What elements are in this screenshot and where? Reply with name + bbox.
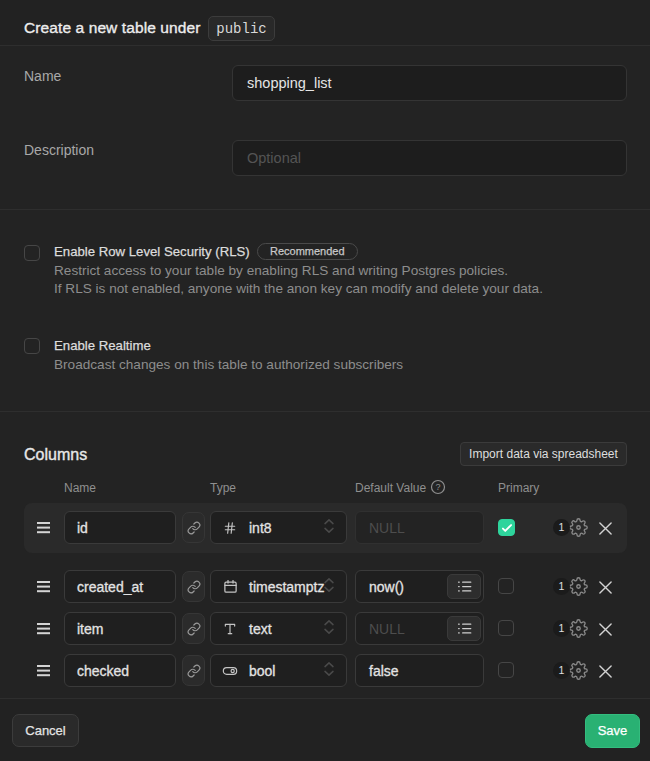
svg-text:?: ?	[435, 482, 440, 492]
